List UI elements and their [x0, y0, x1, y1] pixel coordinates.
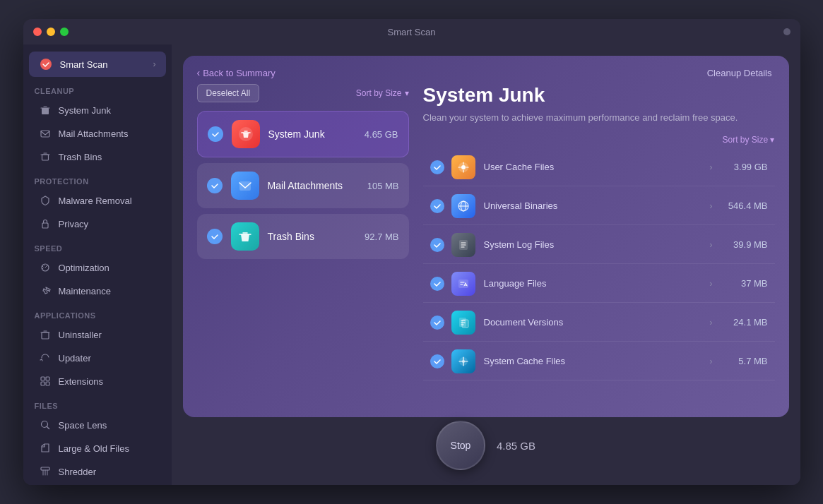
svg-rect-12	[41, 467, 49, 470]
system-junk-icon	[39, 104, 52, 116]
check-system-junk	[208, 126, 223, 142]
system-junk-list-icon	[232, 120, 260, 148]
extensions-icon	[39, 375, 52, 388]
right-details: System Junk Clean your system to achieve…	[423, 84, 775, 406]
system-log-size: 39.9 MB	[718, 239, 768, 250]
check-document-versions	[430, 316, 444, 330]
svg-rect-22	[462, 320, 468, 328]
maximize-button[interactable]	[60, 28, 69, 36]
mail-attachments-name: Mail Attachments	[268, 180, 359, 191]
universal-binaries-size: 546.4 MB	[718, 200, 768, 211]
back-label: Back to Summary	[203, 68, 276, 78]
user-cache-icon	[451, 155, 475, 179]
total-size-label: 4.85 GB	[497, 440, 535, 452]
svg-rect-4	[42, 223, 48, 228]
svg-rect-2	[41, 131, 49, 137]
card-header: ‹ Back to Summary Cleanup Details	[183, 56, 789, 84]
sort-by-size-button[interactable]: Sort by Size ▾	[356, 88, 409, 98]
svg-point-0	[40, 59, 52, 70]
detail-item-system-cache[interactable]: System Cache Files › 5.7 MB	[423, 343, 775, 380]
traffic-lights	[33, 28, 69, 36]
cleanup-details-label: Cleanup Details	[707, 68, 772, 78]
sidebar-item-updater[interactable]: Updater	[29, 347, 166, 369]
trash-icon	[39, 150, 52, 163]
sort-chevron-icon: ▾	[405, 88, 409, 98]
sidebar-item-large-old-files[interactable]: Large & Old Files	[29, 437, 166, 460]
sidebar-item-smart-scan[interactable]: Smart Scan ›	[29, 52, 166, 77]
updater-label: Updater	[59, 353, 91, 364]
sidebar-item-privacy[interactable]: Privacy	[29, 212, 166, 235]
bottom-bar: Stop 4.85 GB	[183, 417, 789, 474]
universal-binaries-icon	[451, 194, 475, 218]
shredder-icon	[39, 465, 52, 478]
space-lens-icon	[39, 419, 52, 431]
detail-item-language-files[interactable]: Language Files › 37 MB	[423, 265, 775, 303]
system-cache-size: 5.7 MB	[718, 356, 768, 366]
smart-scan-icon	[39, 57, 53, 71]
user-cache-size: 3.99 GB	[718, 162, 768, 172]
detail-item-user-cache[interactable]: User Cache Files › 3.99 GB	[423, 149, 775, 186]
maintenance-icon	[39, 284, 52, 297]
mail-attachments-size: 105 MB	[367, 181, 399, 191]
space-lens-label: Space Lens	[59, 420, 107, 431]
svg-rect-7	[41, 377, 45, 380]
uninstaller-label: Uninstaller	[59, 330, 102, 340]
universal-binaries-label: Universal Binaries	[484, 200, 704, 211]
content-card: ‹ Back to Summary Cleanup Details Desele…	[183, 56, 789, 417]
stop-button[interactable]: Stop	[436, 421, 485, 470]
system-log-chevron-icon: ›	[709, 239, 712, 250]
check-universal-binaries	[430, 199, 444, 213]
svg-rect-6	[42, 332, 49, 339]
app-window: Smart Scan Smart Scan › Cleanup	[23, 19, 800, 485]
detail-item-universal-binaries[interactable]: Universal Binaries › 546.4 MB	[423, 188, 775, 225]
list-item-system-junk[interactable]: System Junk 4.65 GB	[197, 111, 409, 157]
svg-point-24	[462, 360, 465, 363]
sidebar-item-malware-removal[interactable]: Malware Removal	[29, 189, 166, 212]
system-junk-label: System Junk	[59, 105, 111, 116]
sidebar-item-system-junk[interactable]: System Junk	[29, 99, 166, 121]
titlebar: Smart Scan	[23, 19, 800, 44]
detail-item-document-versions[interactable]: Document Versions › 24.1 MB	[423, 304, 775, 342]
trash-bins-label: Trash Bins	[59, 152, 102, 162]
deselect-all-button[interactable]: Deselect All	[197, 84, 260, 102]
list-controls: Deselect All Sort by Size ▾	[197, 84, 409, 102]
sidebar: Smart Scan › Cleanup System Junk	[23, 44, 172, 485]
detail-item-system-log[interactable]: System Log Files › 39.9 MB	[423, 227, 775, 264]
sidebar-item-optimization[interactable]: Optimization	[29, 256, 166, 279]
sidebar-item-uninstaller[interactable]: Uninstaller	[29, 323, 166, 346]
smart-scan-label: Smart Scan	[60, 59, 153, 70]
sidebar-item-extensions[interactable]: Extensions	[29, 370, 166, 392]
back-to-summary-button[interactable]: ‹ Back to Summary	[197, 67, 276, 78]
list-item-mail-attachments[interactable]: Mail Attachments 105 MB	[197, 163, 409, 208]
minimize-button[interactable]	[47, 28, 55, 36]
optimization-label: Optimization	[59, 263, 109, 273]
mail-attachments-label: Mail Attachments	[59, 128, 129, 139]
document-versions-label: Document Versions	[484, 317, 704, 328]
sidebar-item-shredder[interactable]: Shredder	[29, 460, 166, 483]
smart-scan-chevron: ›	[153, 59, 156, 69]
extensions-label: Extensions	[59, 376, 104, 387]
sidebar-item-trash-bins[interactable]: Trash Bins	[29, 145, 166, 168]
section-cleanup: Cleanup	[23, 78, 172, 98]
maintenance-label: Maintenance	[59, 286, 111, 296]
check-trash-bins	[207, 229, 223, 244]
mail-icon	[39, 127, 52, 140]
sidebar-item-maintenance[interactable]: Maintenance	[29, 280, 166, 302]
privacy-label: Privacy	[59, 219, 89, 229]
sort-label: Sort by Size	[356, 88, 402, 98]
section-applications: Applications	[23, 303, 172, 323]
sidebar-item-space-lens[interactable]: Space Lens	[29, 414, 166, 436]
stop-label: Stop	[451, 440, 471, 451]
large-old-files-label: Large & Old Files	[59, 443, 129, 454]
section-files: Files	[23, 393, 172, 413]
check-user-cache	[430, 160, 444, 174]
svg-rect-10	[46, 382, 49, 385]
list-item-trash-bins[interactable]: Trash Bins 92.7 MB	[197, 214, 409, 259]
check-mail-attachments	[207, 178, 223, 193]
sidebar-item-mail-attachments[interactable]: Mail Attachments	[29, 122, 166, 145]
section-speed: Speed	[23, 236, 172, 256]
detail-sort-button[interactable]: Sort by Size ▾	[423, 135, 775, 145]
shredder-label: Shredder	[59, 467, 96, 477]
universal-binaries-chevron-icon: ›	[709, 200, 712, 211]
close-button[interactable]	[33, 28, 42, 36]
